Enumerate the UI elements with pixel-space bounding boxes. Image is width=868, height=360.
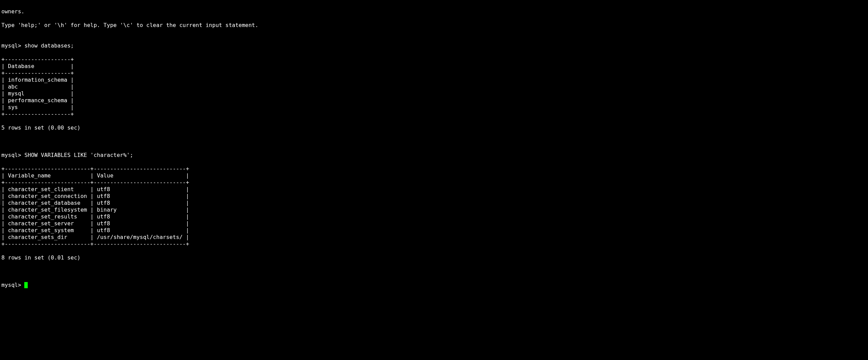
intro-line: Type 'help;' or '\h' for help. Type '\c'… [1, 22, 867, 29]
table-row: | information_schema | [1, 77, 867, 83]
table-border: +--------------------------+------------… [1, 179, 867, 186]
mysql-prompt: mysql> [1, 152, 24, 158]
table-row: | character_set_server | utf8 | [1, 220, 867, 227]
table-border: +--------------------+ [1, 70, 867, 77]
mysql-prompt: mysql> [1, 42, 24, 49]
table-row: | character_set_results | utf8 | [1, 213, 867, 220]
table-border: +--------------------+ [1, 111, 867, 118]
table-row: | character_set_database | utf8 | [1, 200, 867, 206]
table-row: | character_set_filesystem | binary | [1, 206, 867, 213]
table-border: +--------------------------+------------… [1, 165, 867, 172]
table-row: | sys | [1, 104, 867, 111]
variables-table: +--------------------------+------------… [1, 165, 867, 248]
command-show-databases: show databases; [24, 42, 74, 49]
mysql-prompt: mysql> [1, 282, 24, 288]
table-header: | Variable_name | Value | [1, 172, 867, 179]
command-show-variables: SHOW VARIABLES LIKE 'character%'; [24, 152, 133, 158]
scroll-indicator [0, 191, 2, 204]
table-row: | mysql | [1, 90, 867, 97]
cursor[interactable] [24, 282, 28, 288]
table-row: | abc | [1, 83, 867, 90]
table-border: +--------------------------+------------… [1, 241, 867, 248]
table-row: | character_sets_dir | /usr/share/mysql/… [1, 234, 867, 241]
table-row: | performance_schema | [1, 97, 867, 104]
table-row: | character_set_client | utf8 | [1, 186, 867, 193]
terminal-output[interactable]: owners. Type 'help;' or '\h' for help. T… [0, 0, 868, 297]
variables-footer: 8 rows in set (0.01 sec) [1, 254, 867, 261]
table-header: | Database | [1, 63, 867, 70]
table-row: | character_set_system | utf8 | [1, 227, 867, 234]
intro-line: owners. [1, 8, 867, 15]
databases-table: +--------------------+| Database |+-----… [1, 56, 867, 118]
table-border: +--------------------+ [1, 56, 867, 63]
databases-footer: 5 rows in set (0.00 sec) [1, 124, 867, 131]
intro-line [1, 15, 867, 22]
table-row: | character_set_connection | utf8 | [1, 193, 867, 200]
intro-line [1, 29, 867, 36]
